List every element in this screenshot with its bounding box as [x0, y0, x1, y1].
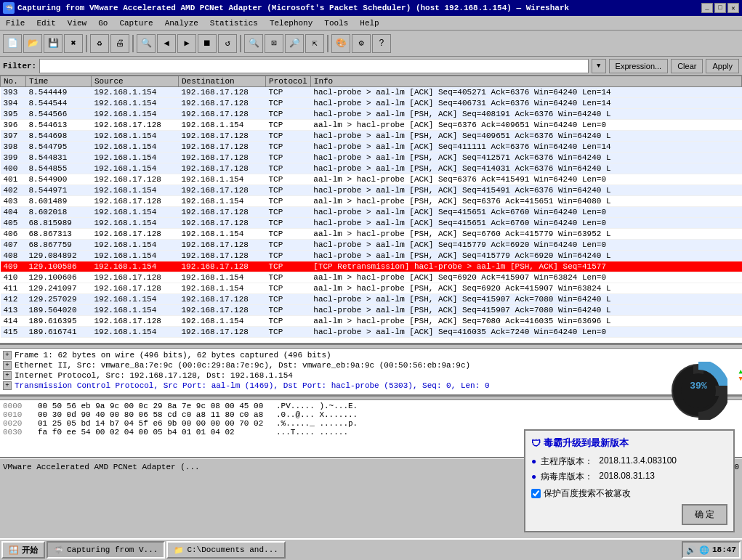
- menu-analyze[interactable]: Analyze: [159, 16, 204, 30]
- table-row[interactable]: 397 8.544698 192.168.1.154 192.168.17.12…: [1, 131, 742, 142]
- print-button[interactable]: 🖨: [110, 34, 129, 53]
- table-row[interactable]: 408 129.084892 192.168.1.154 192.168.17.…: [1, 251, 742, 261]
- table-row[interactable]: 406 68.867313 192.168.17.128 192.168.1.1…: [1, 229, 742, 240]
- cell-dst: 192.168.17.128: [179, 185, 266, 196]
- menu-capture[interactable]: Capture: [113, 16, 158, 30]
- find-button[interactable]: 🔍: [137, 34, 156, 53]
- fit-button[interactable]: ⇱: [305, 34, 324, 53]
- table-row[interactable]: 402 8.544971 192.168.1.154 192.168.17.12…: [1, 185, 742, 196]
- protect-checkbox[interactable]: [531, 489, 541, 498]
- detail-item[interactable]: + Internet Protocol, Src: 192.168.17.128…: [3, 370, 739, 381]
- cell-info: aal-lm > hacl-probe [ACK] Seq=6376 Ack=4…: [310, 174, 741, 185]
- table-row[interactable]: 410 129.100606 192.168.17.128 192.168.1.…: [1, 272, 742, 283]
- col-no[interactable]: No.: [1, 76, 26, 87]
- apply-button[interactable]: Apply: [706, 59, 739, 73]
- minimize-button[interactable]: _: [701, 3, 713, 13]
- cell-proto: TCP: [266, 283, 311, 294]
- preferences-button[interactable]: ⚙: [352, 34, 371, 53]
- table-row[interactable]: 401 8.544900 192.168.17.128 192.168.1.15…: [1, 174, 742, 185]
- taskbar-time: 18:47: [712, 545, 736, 554]
- col-dest[interactable]: Destination: [179, 76, 266, 87]
- confirm-button[interactable]: 确 定: [682, 504, 727, 525]
- table-row[interactable]: 405 68.815989 192.168.1.154 192.168.17.1…: [1, 218, 742, 229]
- bullet-2: ●: [531, 471, 536, 482]
- stop-button[interactable]: ⏹: [198, 34, 217, 53]
- cell-proto: TCP: [266, 240, 311, 251]
- menu-go[interactable]: Go: [92, 16, 113, 30]
- menu-statistics[interactable]: Statistics: [204, 16, 264, 30]
- cell-dst: 192.168.17.128: [179, 240, 266, 251]
- table-row[interactable]: 399 8.544831 192.168.1.154 192.168.17.12…: [1, 153, 742, 163]
- zoom-in-button[interactable]: 🔍: [244, 34, 263, 53]
- detail-item[interactable]: + Ethernet II, Src: vmware_8a:7e:9c (00:…: [3, 360, 739, 370]
- hex-offset: 0010: [3, 410, 32, 419]
- col-time[interactable]: Time: [26, 76, 92, 87]
- cell-time: 8.544544: [26, 98, 92, 109]
- detail-item[interactable]: + Frame 1: 62 bytes on wire (496 bits), …: [3, 350, 739, 360]
- cell-src: 192.168.1.154: [92, 163, 179, 174]
- cell-dst: 192.168.17.128: [179, 218, 266, 229]
- forward-button[interactable]: ▶: [177, 34, 196, 53]
- table-row[interactable]: 400 8.544855 192.168.1.154 192.168.17.12…: [1, 163, 742, 174]
- back-button[interactable]: ◀: [157, 34, 176, 53]
- expand-icon[interactable]: +: [3, 361, 12, 370]
- table-row[interactable]: 409 129.100586 192.168.1.154 192.168.17.…: [1, 261, 742, 272]
- start-button[interactable]: 🪟 开始: [1, 541, 45, 559]
- table-row[interactable]: 393 8.544449 192.168.1.154 192.168.17.12…: [1, 87, 742, 98]
- color-button[interactable]: 🎨: [331, 34, 350, 53]
- detail-item[interactable]: + Transmission Control Protocol, Src Por…: [3, 381, 739, 391]
- table-row[interactable]: 394 8.544544 192.168.1.154 192.168.17.12…: [1, 98, 742, 109]
- version-value-2: 2018.08.31.13: [599, 471, 655, 481]
- table-row[interactable]: 398 8.544795 192.168.1.154 192.168.17.12…: [1, 142, 742, 153]
- cell-info: hacl-probe > aal-lm [PSH, ACK] Seq=41257…: [310, 153, 741, 163]
- save-button[interactable]: 💾: [44, 34, 62, 53]
- menu-tools[interactable]: Tools: [318, 16, 354, 30]
- col-proto[interactable]: Protocol: [266, 76, 311, 87]
- table-row[interactable]: 415 189.616741 192.168.1.154 192.168.17.…: [1, 327, 742, 338]
- new-button[interactable]: 📄: [3, 34, 22, 53]
- menu-help[interactable]: Help: [354, 16, 384, 30]
- filter-input[interactable]: [39, 59, 588, 73]
- table-row[interactable]: 395 8.544566 192.168.1.154 192.168.17.12…: [1, 109, 742, 120]
- cell-no: 397: [1, 131, 26, 142]
- zoom-normal-button[interactable]: ⊡: [265, 34, 283, 53]
- col-source[interactable]: Source: [92, 76, 179, 87]
- packet-detail[interactable]: + Frame 1: 62 bytes on wire (496 bits), …: [0, 349, 742, 396]
- taskbar-explorer[interactable]: 📁 C:\Documents and...: [166, 541, 285, 559]
- maximize-button[interactable]: □: [714, 3, 726, 13]
- help-button[interactable]: ?: [372, 34, 391, 53]
- expression-button[interactable]: Expression...: [609, 59, 669, 73]
- menu-file[interactable]: File: [0, 16, 31, 30]
- reload-button[interactable]: ♻: [90, 34, 109, 53]
- table-row[interactable]: 404 8.602018 192.168.1.154 192.168.17.12…: [1, 207, 742, 218]
- open-button[interactable]: 📂: [23, 34, 42, 53]
- col-info[interactable]: Info: [310, 76, 741, 87]
- close-button[interactable]: ✕: [727, 3, 739, 13]
- expand-icon[interactable]: +: [3, 371, 12, 380]
- table-row[interactable]: 407 68.867759 192.168.1.154 192.168.17.1…: [1, 240, 742, 251]
- cell-dst: 192.168.1.154: [179, 196, 266, 207]
- menu-telephony[interactable]: Telephony: [264, 16, 318, 30]
- menu-view[interactable]: View: [62, 16, 92, 30]
- table-row[interactable]: 403 8.601489 192.168.17.128 192.168.1.15…: [1, 196, 742, 207]
- clear-button[interactable]: Clear: [671, 59, 703, 73]
- popup-title: 🛡 毒霸升级到最新版本: [531, 437, 727, 450]
- cell-info: aal-lm > hacl-probe [PSH, ACK] Seq=7080 …: [310, 316, 741, 327]
- cell-time: 129.100586: [26, 261, 92, 272]
- filter-dropdown-button[interactable]: ▼: [592, 59, 606, 73]
- packet-list[interactable]: No. Time Source Destination Protocol Inf…: [0, 76, 742, 344]
- taskbar-wireshark[interactable]: 🦈 Capturing from V...: [47, 541, 165, 559]
- capture-restart-button[interactable]: ↺: [218, 34, 237, 53]
- zoom-out-button[interactable]: 🔎: [285, 34, 304, 53]
- cell-src: 192.168.1.154: [92, 207, 179, 218]
- table-row[interactable]: 413 189.564020 192.168.1.154 192.168.17.…: [1, 305, 742, 316]
- cell-proto: TCP: [266, 251, 311, 261]
- close-capture-button[interactable]: ✖: [64, 34, 83, 53]
- menu-edit[interactable]: Edit: [31, 16, 61, 30]
- expand-icon[interactable]: +: [3, 351, 12, 360]
- table-row[interactable]: 414 189.616395 192.168.17.128 192.168.1.…: [1, 316, 742, 327]
- table-row[interactable]: 411 129.241097 192.168.17.128 192.168.1.…: [1, 283, 742, 294]
- expand-icon[interactable]: +: [3, 381, 12, 390]
- table-row[interactable]: 396 8.544613 192.168.17.128 192.168.1.15…: [1, 120, 742, 131]
- table-row[interactable]: 412 129.257029 192.168.1.154 192.168.17.…: [1, 294, 742, 305]
